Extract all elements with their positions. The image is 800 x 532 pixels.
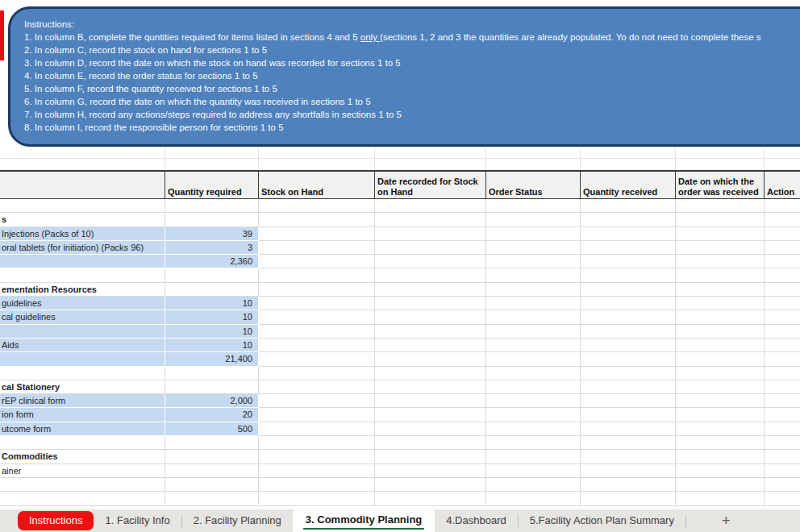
cell-E-row-10[interactable] xyxy=(486,339,581,352)
cell-A-row-21[interactable] xyxy=(0,492,165,505)
cell-C-row-9[interactable] xyxy=(259,325,375,339)
cell-B-row-13[interactable] xyxy=(165,380,259,394)
cell-D-row-6[interactable] xyxy=(375,283,486,297)
cell-D-row-7[interactable] xyxy=(375,297,486,310)
cell-A-row-3[interactable]: oral tablets (for initiation) (Packs 96) xyxy=(0,241,165,255)
cell-B-row-14[interactable]: 2,000 xyxy=(165,394,259,408)
cell-G-row-17[interactable] xyxy=(676,436,765,450)
cell-A-row-15[interactable]: ion form xyxy=(0,408,165,422)
cell-H-row-15[interactable] xyxy=(765,408,800,422)
cell-D-row-2[interactable] xyxy=(375,227,486,241)
cell-C-row-5[interactable] xyxy=(259,268,375,282)
cell-E-row-2[interactable] xyxy=(486,227,581,241)
cell-B-row-11[interactable]: 21,400 xyxy=(165,352,259,366)
cell-D-row-12[interactable] xyxy=(375,367,486,380)
cell-G-row-15[interactable] xyxy=(676,408,765,422)
column-header-C[interactable]: Stock on Hand xyxy=(259,172,375,198)
cell-C-row-11[interactable] xyxy=(259,352,375,366)
tab-facility-planning[interactable]: 2. Facility Planning xyxy=(182,509,293,532)
cell-B-row-7[interactable]: 10 xyxy=(165,297,259,310)
cell-D-row-9[interactable] xyxy=(375,325,486,339)
cell-A-row-18[interactable]: Commodities xyxy=(0,450,165,463)
cell-B-row-9[interactable]: 10 xyxy=(165,325,259,339)
cell-A-row-4[interactable] xyxy=(0,255,165,268)
cell-D-row-10[interactable] xyxy=(375,339,486,352)
cell-H-row-6[interactable] xyxy=(765,283,800,297)
cell-F-row-4[interactable] xyxy=(581,255,676,268)
column-header-G[interactable]: Date on which the order was received xyxy=(676,172,765,198)
cell-D-row-21[interactable] xyxy=(375,492,486,505)
column-header-A[interactable] xyxy=(0,172,165,198)
cell-B-row-17[interactable] xyxy=(165,436,259,450)
cell-E-row-14[interactable] xyxy=(486,394,581,408)
cell-C-row-2[interactable] xyxy=(259,227,375,241)
tab-instructions[interactable]: Instructions xyxy=(18,511,94,530)
cell-E-row-18[interactable] xyxy=(486,450,581,463)
cell-D-row-4[interactable] xyxy=(375,255,486,268)
cell-C-row-16[interactable] xyxy=(259,422,375,436)
cell-D-row-5[interactable] xyxy=(375,268,486,282)
cell-G-row-21[interactable] xyxy=(676,492,765,505)
cell-G-row-5[interactable] xyxy=(676,268,765,282)
cell-G-row-7[interactable] xyxy=(676,297,765,310)
cell-A-row-16[interactable]: utcome form xyxy=(0,422,165,436)
cell-H-row-7[interactable] xyxy=(765,297,800,310)
cell-D-row-17[interactable] xyxy=(375,436,486,450)
cell-H-row-0[interactable] xyxy=(765,199,800,213)
cell-F-row-20[interactable] xyxy=(581,478,676,492)
cell-E-row-3[interactable] xyxy=(486,241,581,255)
column-header-F[interactable]: Quantity received xyxy=(581,172,676,198)
cell-B-row-0[interactable] xyxy=(165,199,259,213)
cell-E-row-8[interactable] xyxy=(486,310,581,324)
cell-D-row-11[interactable] xyxy=(375,352,486,366)
cell-G-row-11[interactable] xyxy=(676,352,765,366)
cell-G-row-19[interactable] xyxy=(676,464,765,478)
cell-E-row-19[interactable] xyxy=(486,464,581,478)
cell-F-row-1[interactable] xyxy=(581,213,676,227)
cell-A-row-8[interactable]: cal guidelines xyxy=(0,310,165,324)
cell-D-row-20[interactable] xyxy=(375,478,486,492)
cell-C-row-7[interactable] xyxy=(259,297,375,310)
cell-G-row-4[interactable] xyxy=(676,255,765,268)
cell-A-row-17[interactable] xyxy=(0,436,165,450)
cell-A-row-7[interactable]: guidelines xyxy=(0,297,165,310)
cell-F-row-0[interactable] xyxy=(581,199,676,213)
cell-G-row-0[interactable] xyxy=(676,199,765,213)
cell-H-row-14[interactable] xyxy=(765,394,800,408)
tab-dashboard[interactable]: 4.Dashboard xyxy=(435,509,517,532)
cell-E-row-12[interactable] xyxy=(486,367,581,380)
cell-D-row-15[interactable] xyxy=(375,408,486,422)
cell-D-row-1[interactable] xyxy=(375,213,486,227)
cell-C-row-14[interactable] xyxy=(259,394,375,408)
column-header-E[interactable]: Order Status xyxy=(486,172,581,198)
cell-E-row-5[interactable] xyxy=(486,268,581,282)
cell-H-row-3[interactable] xyxy=(765,241,800,255)
cell-C-row-19[interactable] xyxy=(259,464,375,478)
cell-H-row-13[interactable] xyxy=(765,380,800,394)
cell-H-row-1[interactable] xyxy=(765,213,800,227)
cell-E-row-0[interactable] xyxy=(486,199,581,213)
cell-A-row-14[interactable]: rEP clinical form xyxy=(0,394,165,408)
column-header-B[interactable]: Quantity required xyxy=(165,172,259,198)
cell-G-row-8[interactable] xyxy=(676,310,765,324)
cell-F-row-15[interactable] xyxy=(581,408,676,422)
cell-C-row-21[interactable] xyxy=(259,492,375,505)
cell-F-row-19[interactable] xyxy=(581,464,676,478)
cell-E-row-9[interactable] xyxy=(486,325,581,339)
cell-H-row-2[interactable] xyxy=(765,227,800,241)
cell-F-row-17[interactable] xyxy=(581,436,676,450)
cell-H-row-10[interactable] xyxy=(765,339,800,352)
cell-A-row-13[interactable]: cal Stationery xyxy=(0,380,165,394)
cell-F-row-7[interactable] xyxy=(581,297,676,310)
tab-commodity-planning[interactable]: 3. Commodity Planning xyxy=(293,508,435,532)
cell-H-row-21[interactable] xyxy=(765,492,800,505)
cell-B-row-19[interactable] xyxy=(165,464,259,478)
cell-A-row-9[interactable] xyxy=(0,325,165,339)
cell-B-row-6[interactable] xyxy=(165,283,259,297)
cell-E-row-7[interactable] xyxy=(486,297,581,310)
cell-C-row-17[interactable] xyxy=(259,436,375,450)
cell-B-row-12[interactable] xyxy=(165,367,259,380)
cell-A-row-5[interactable] xyxy=(0,268,165,282)
cell-E-row-17[interactable] xyxy=(486,436,581,450)
cell-A-row-10[interactable]: Aids xyxy=(0,339,165,352)
